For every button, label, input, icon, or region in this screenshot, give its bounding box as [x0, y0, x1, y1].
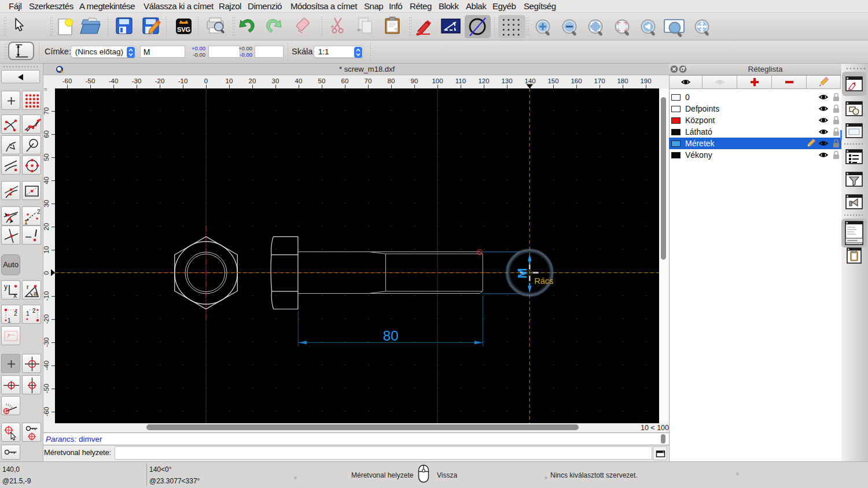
svg-text:1: 1: [24, 219, 28, 225]
svg-text:y: y: [4, 283, 8, 291]
svg-text:-30: -30: [43, 338, 50, 347]
svg-text:-50: -50: [86, 77, 95, 84]
svg-text:-40: -40: [43, 361, 50, 371]
svg-text:70: 70: [365, 77, 372, 84]
svg-text:130: 130: [501, 77, 512, 84]
svg-text:-10: -10: [178, 77, 188, 84]
svg-text:-20: -20: [43, 315, 50, 324]
svg-text:-10: -10: [43, 291, 50, 301]
svg-text:120: 120: [478, 77, 489, 84]
svg-text:Rács: Rács: [534, 276, 553, 286]
svg-text:M: M: [515, 268, 529, 278]
svg-text:50: 50: [318, 77, 326, 84]
svg-text:30: 30: [43, 200, 50, 208]
svg-text:190: 190: [640, 77, 651, 84]
svg-text:80: 80: [383, 328, 399, 343]
svg-text:10: 10: [43, 246, 50, 254]
svg-text:0: 0: [204, 77, 208, 84]
svg-text:80: 80: [388, 77, 395, 84]
svg-text:2: 2: [14, 310, 17, 317]
svg-text:40: 40: [295, 77, 303, 84]
svg-text:90: 90: [411, 77, 418, 84]
svg-text:110: 110: [455, 77, 466, 84]
svg-text:60: 60: [43, 131, 50, 138]
svg-text:2: 2: [32, 308, 36, 314]
svg-text:r: r: [27, 283, 29, 290]
svg-text:1: 1: [8, 317, 11, 324]
svg-text:150: 150: [547, 77, 558, 84]
svg-text:40: 40: [43, 177, 50, 184]
svg-text:2: 2: [37, 209, 41, 215]
svg-text:a: a: [34, 290, 38, 297]
svg-text:20: 20: [249, 77, 256, 84]
svg-text:60: 60: [341, 77, 349, 84]
svg-text:-20: -20: [155, 77, 165, 84]
svg-text:-50: -50: [43, 384, 50, 394]
svg-text:100: 100: [432, 77, 443, 84]
svg-text:x: x: [13, 291, 17, 300]
svg-text:-40: -40: [109, 77, 119, 84]
svg-text:-60: -60: [62, 77, 72, 84]
svg-text:30: 30: [272, 77, 279, 84]
svg-text:10: 10: [226, 77, 233, 84]
svg-text:180: 180: [617, 77, 628, 84]
svg-text:70: 70: [43, 108, 50, 115]
svg-text:20: 20: [43, 223, 50, 231]
svg-text:-60: -60: [43, 407, 50, 417]
svg-text:170: 170: [594, 77, 605, 84]
svg-text:1: 1: [26, 310, 30, 317]
svg-text:0: 0: [43, 271, 50, 275]
svg-text:-30: -30: [132, 77, 142, 84]
svg-text:50: 50: [43, 154, 50, 161]
svg-text:160: 160: [571, 77, 582, 84]
svg-text:SVG: SVG: [177, 26, 190, 33]
svg-text:140: 140: [524, 77, 535, 84]
